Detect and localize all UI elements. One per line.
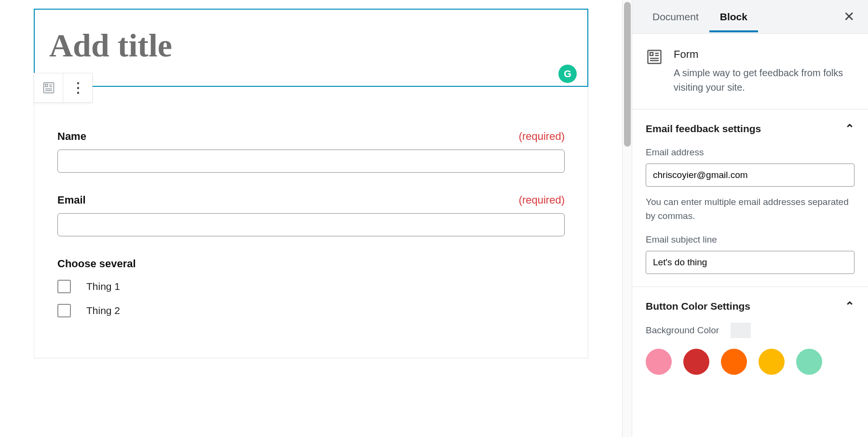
color-swatch[interactable] <box>683 349 709 375</box>
checkbox-option[interactable]: Thing 2 <box>57 304 565 317</box>
panel-title: Email feedback settings <box>646 123 761 135</box>
field-checkbox-group: Choose several Thing 1 Thing 2 <box>57 258 565 317</box>
panel-title: Button Color Settings <box>646 300 750 312</box>
block-type-icon-button[interactable] <box>34 73 63 102</box>
email-subject-input[interactable] <box>646 251 854 274</box>
chevron-up-icon: ⌃ <box>845 122 854 136</box>
tab-block[interactable]: Block <box>709 1 758 32</box>
scrollbar-thumb[interactable] <box>624 2 631 147</box>
svg-rect-7 <box>650 53 653 55</box>
field-label: Email <box>57 194 86 206</box>
close-sidebar-button[interactable]: ✕ <box>840 5 858 28</box>
email-address-input[interactable] <box>646 164 854 187</box>
grammarly-icon[interactable]: G <box>558 65 577 83</box>
checkbox-option[interactable]: Thing 1 <box>57 280 565 293</box>
tab-document[interactable]: Document <box>642 1 709 32</box>
email-input[interactable] <box>57 213 565 236</box>
chevron-up-icon: ⌃ <box>845 300 854 313</box>
svg-rect-1 <box>45 84 48 87</box>
required-tag: (required) <box>519 194 565 206</box>
required-tag: (required) <box>519 130 565 143</box>
block-description: A simple way to get feedback from folks … <box>674 66 854 95</box>
field-label: Name <box>57 130 86 143</box>
setting-label: Email subject line <box>646 234 854 245</box>
settings-sidebar: Document Block ✕ Form A simple way to ge… <box>632 0 868 437</box>
name-input[interactable] <box>57 150 565 173</box>
color-swatch[interactable] <box>759 349 785 375</box>
field-email: Email (required) <box>57 194 565 236</box>
close-icon: ✕ <box>843 9 854 24</box>
form-block: Name (required) Email (required) Choose … <box>34 87 588 358</box>
panel-toggle-button-color[interactable]: Button Color Settings ⌃ <box>646 300 854 313</box>
setting-help: You can enter multiple email addresses s… <box>646 195 854 223</box>
block-name: Form <box>674 48 854 61</box>
panel-toggle-email[interactable]: Email feedback settings ⌃ <box>646 122 854 136</box>
title-placeholder[interactable]: Add title <box>49 29 573 62</box>
form-icon <box>646 48 663 66</box>
checkbox-label: Thing 2 <box>86 305 120 316</box>
setting-label: Email address <box>646 147 854 158</box>
color-swatch[interactable] <box>796 349 822 375</box>
checkbox-box[interactable] <box>57 304 71 317</box>
current-color-swatch[interactable] <box>731 323 751 338</box>
sidebar-tabs: Document Block ✕ <box>632 0 868 34</box>
color-swatch[interactable] <box>646 349 672 375</box>
color-swatches <box>646 349 854 375</box>
checkbox-box[interactable] <box>57 280 71 293</box>
title-block[interactable]: Add title G <box>34 9 588 87</box>
field-label: Choose several <box>57 258 565 270</box>
form-icon <box>42 81 55 95</box>
panel-button-color: Button Color Settings ⌃ Background Color <box>632 287 868 387</box>
scrollbar-track[interactable] <box>622 0 632 437</box>
field-name: Name (required) <box>57 130 565 173</box>
bg-color-label: Background Color <box>646 325 719 336</box>
editor-area: Add title G Name (required) <box>0 0 622 437</box>
block-info: Form A simple way to get feedback from f… <box>632 34 868 109</box>
panel-email-settings: Email feedback settings ⌃ Email address … <box>632 109 868 287</box>
block-toolbar <box>34 73 93 103</box>
color-swatch[interactable] <box>721 349 747 375</box>
more-options-button[interactable] <box>63 73 92 102</box>
checkbox-label: Thing 1 <box>86 281 120 292</box>
